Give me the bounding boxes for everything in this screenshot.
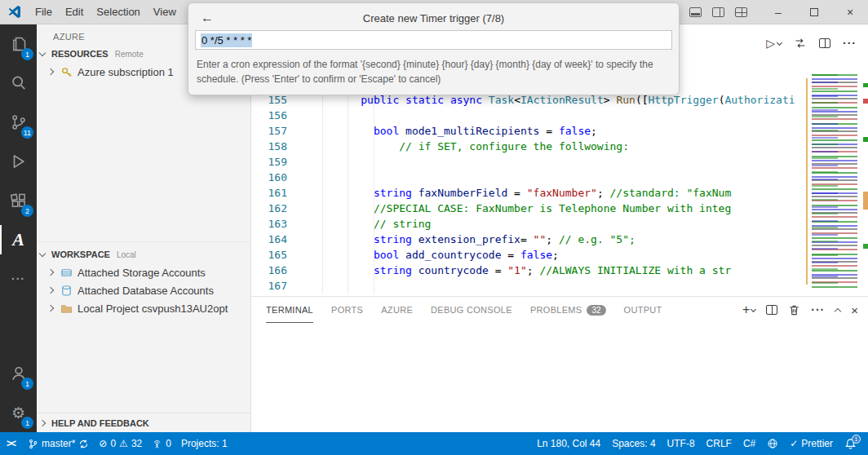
menu-edit[interactable]: Edit [59, 0, 90, 24]
cron-input[interactable]: 0 */5 * * * * [195, 30, 672, 50]
formatter-status[interactable]: ✓ Prettier [790, 438, 833, 449]
accounts-button[interactable]: 1 [0, 354, 37, 393]
terminal-content[interactable] [251, 323, 868, 433]
line-content: // string [297, 216, 431, 232]
activity-search-button[interactable] [0, 64, 37, 103]
close-window-button[interactable]: × [832, 0, 868, 24]
line-number: 165 [251, 247, 287, 263]
code-line[interactable]: 157 bool mode1_multiRecipients = false; [251, 123, 806, 139]
menu-view[interactable]: View [147, 0, 183, 24]
activity-run-debug-button[interactable] [0, 142, 37, 181]
code-line[interactable]: 160 [251, 170, 806, 185]
tree-item-local-project[interactable]: Local Project csvpush13AU2opt [37, 299, 250, 317]
customize-layout-icon[interactable] [735, 7, 747, 17]
azure-icon: A [12, 229, 24, 250]
branch-status[interactable]: master* [28, 438, 89, 449]
section-resources-context: Remote [115, 50, 144, 59]
projects-status[interactable]: Projects: 1 [181, 438, 228, 449]
minimap-code-stripes [812, 74, 838, 289]
tab-output[interactable]: OUTPUT [624, 297, 662, 323]
formatter-label: Prettier [801, 438, 833, 449]
problems-badge: 32 [587, 305, 605, 316]
encoding-status[interactable]: UTF-8 [667, 438, 695, 449]
indentation-status[interactable]: Spaces: 4 [612, 438, 655, 449]
cursor-position[interactable]: Ln 180, Col 44 [537, 438, 600, 449]
section-help-feedback[interactable]: HELP AND FEEDBACK [37, 413, 250, 432]
key-icon [60, 65, 73, 78]
code-line[interactable]: 156 [251, 108, 806, 123]
code-line[interactable]: 164 string extension_prefix= ""; // e.g.… [251, 232, 806, 247]
kill-terminal-button[interactable] [788, 304, 800, 316]
ports-status[interactable]: 0 [152, 438, 171, 449]
cron-input-value: 0 */5 * * * * [201, 33, 252, 47]
run-or-debug-button[interactable]: ▷ [766, 37, 782, 50]
maximize-button[interactable] [796, 0, 832, 24]
back-button[interactable]: ← [198, 9, 216, 27]
dialog-description: Enter a cron expression of the format '{… [193, 50, 674, 91]
warning-count: 32 [131, 438, 142, 449]
close-panel-button[interactable]: × [851, 303, 858, 317]
run-debug-icon [10, 152, 28, 170]
activity-source-control-button[interactable]: 11 [0, 103, 37, 142]
menu-file[interactable]: File [29, 0, 59, 24]
feedback-button[interactable] [767, 438, 778, 449]
section-workspace[interactable]: WORKSPACE Local [37, 245, 250, 263]
remote-icon: >< [7, 438, 18, 449]
tab-ports[interactable]: PORTS [331, 297, 363, 323]
code-line[interactable]: 163 // string [251, 216, 806, 232]
code-area[interactable]: 155 public static async Task<IActionResu… [251, 92, 806, 296]
tab-terminal[interactable]: TERMINAL [266, 297, 313, 323]
code-line[interactable]: 166 string countrycode = "1"; //ALWAYS I… [251, 263, 806, 278]
code-line[interactable]: 158 // if SET, configure the follwowing: [251, 139, 806, 154]
play-icon: ▷ [766, 37, 775, 50]
line-number: 160 [251, 170, 287, 185]
editor-more-actions-button[interactable]: ··· [843, 37, 857, 50]
code-line[interactable]: 159 [251, 154, 806, 170]
section-help-label: HELP AND FEEDBACK [51, 418, 149, 428]
quick-input-dialog: ← Create new Timer trigger (7/8) 0 */5 *… [188, 2, 680, 95]
line-number: 164 [251, 232, 287, 247]
code-line[interactable]: 167 [251, 278, 806, 294]
maximize-panel-button[interactable] [835, 307, 841, 314]
split-editor-button[interactable] [819, 38, 830, 48]
minimize-button[interactable]: – [760, 0, 796, 24]
split-terminal-button[interactable] [766, 305, 777, 315]
indent-guide [348, 92, 348, 294]
chevron-right-icon [47, 269, 54, 276]
chevron-right-icon [47, 287, 54, 294]
plus-icon: + [742, 303, 750, 317]
minimap[interactable] [806, 69, 868, 296]
tree-item-attached-database[interactable]: Attached Database Accounts [37, 281, 250, 299]
dialog-header: ← Create new Timer trigger (7/8) [193, 7, 674, 29]
tab-azure[interactable]: AZURE [381, 297, 413, 323]
panel-more-actions-button[interactable]: ··· [811, 303, 825, 316]
code-line[interactable]: 161 string faxNumberField = "faxNumber";… [251, 185, 806, 201]
chevron-down-icon [751, 306, 756, 311]
activity-extensions-button[interactable]: 2 [0, 181, 37, 220]
problems-status[interactable]: ⊘ 0 ⚠ 32 [99, 438, 142, 449]
code-line[interactable]: 165 bool add_countrycode = false; [251, 247, 806, 263]
toggle-secondary-sidebar-icon[interactable] [712, 7, 724, 17]
code-line[interactable]: 162 //SPECIAL CASE: FaxNumber is Telepho… [251, 201, 806, 216]
activity-azure-button[interactable]: A [0, 220, 37, 259]
tab-problems[interactable]: PROBLEMS 32 [530, 297, 606, 323]
tab-debug-console[interactable]: DEBUG CONSOLE [431, 297, 512, 323]
menu-selection[interactable]: Selection [90, 0, 146, 24]
new-terminal-button[interactable]: + [742, 303, 755, 317]
eol-status[interactable]: CRLF [706, 438, 732, 449]
activity-explorer-button[interactable]: 1 [0, 24, 37, 64]
line-number: 158 [251, 139, 287, 154]
language-mode[interactable]: C# [743, 438, 755, 449]
search-icon [10, 74, 28, 92]
tab-label: PROBLEMS [530, 305, 582, 315]
activity-more-button[interactable]: ··· [0, 259, 37, 298]
toggle-panel-icon[interactable] [689, 7, 702, 17]
line-number: 159 [251, 154, 287, 170]
settings-button[interactable]: ⚙ 1 [0, 393, 37, 432]
remote-indicator[interactable]: >< [7, 438, 18, 449]
line-content: //SPECIAL CASE: FaxNumber is Telephone N… [297, 201, 731, 216]
tree-item-attached-storage[interactable]: Attached Storage Accounts [37, 263, 250, 281]
bottom-panel: TERMINAL PORTS AZURE DEBUG CONSOLE PROBL… [251, 296, 868, 432]
open-changes-icon[interactable] [794, 37, 807, 50]
notifications-button[interactable]: 1 [844, 438, 857, 450]
